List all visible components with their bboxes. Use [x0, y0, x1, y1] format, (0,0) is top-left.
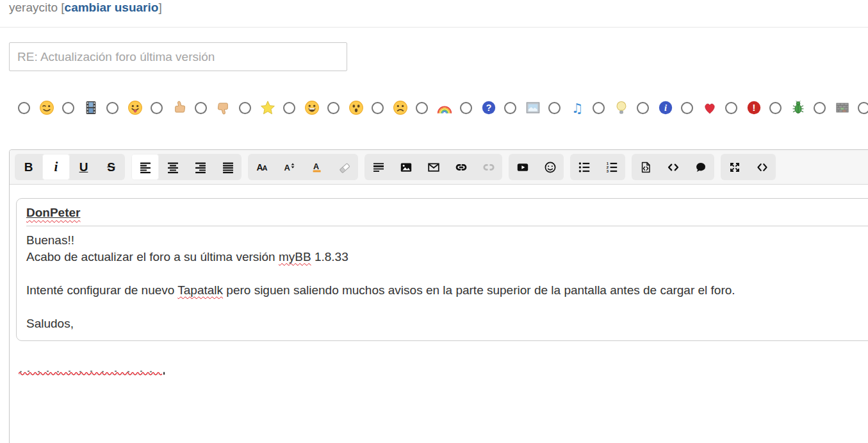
- link-button[interactable]: [447, 154, 475, 180]
- ordered-list-button[interactable]: 123: [598, 154, 625, 180]
- post-icon-option: [504, 99, 548, 116]
- post-icon-option: [416, 99, 460, 116]
- post-icon-radio[interactable]: [858, 102, 868, 114]
- code-button[interactable]: [632, 154, 659, 180]
- editor-body[interactable]: DonPeter Buenas!!Acabo de actualizar el …: [10, 185, 868, 371]
- bracket-close: ]: [158, 1, 161, 14]
- quote-line: Intenté configurar de nuevo Tapatalk per…: [26, 282, 868, 299]
- svg-text:3: 3: [606, 169, 609, 173]
- astonished-face-icon: [348, 99, 364, 116]
- color-button[interactable]: A: [303, 154, 331, 180]
- tongue-out-face-icon: [127, 99, 143, 116]
- toolbar-group-align: [131, 154, 242, 180]
- post-icon-radio[interactable]: [62, 102, 74, 114]
- remove-format-button[interactable]: [331, 154, 358, 180]
- subject-input[interactable]: [9, 42, 347, 71]
- quote-body: Buenas!!Acabo de actualizar el foro a su…: [26, 232, 868, 332]
- svg-text:!: !: [753, 103, 756, 113]
- username-label: yeraycito: [9, 1, 58, 14]
- post-icon-radio[interactable]: [504, 102, 516, 114]
- exclamation-mark-icon: !: [746, 99, 762, 116]
- strikethrough-button[interactable]: S: [97, 154, 125, 180]
- misspelled-word: Tapatalk: [177, 283, 223, 297]
- post-icon-radio[interactable]: [593, 102, 605, 114]
- question-mark-icon: ?: [480, 99, 497, 116]
- maximize-icon: [728, 161, 741, 174]
- message-editor[interactable]: BiUSAAAA123 DonPeter Buenas!!Acabo de ac…: [9, 149, 868, 443]
- svg-text:A: A: [284, 162, 290, 172]
- spellchecked-tiny-text: [19, 365, 166, 371]
- image-button[interactable]: [392, 154, 420, 180]
- emoticon-button[interactable]: [536, 154, 564, 180]
- code-file-icon: [639, 161, 652, 174]
- email-button[interactable]: [420, 154, 447, 180]
- post-icon-radio[interactable]: [769, 102, 782, 114]
- unlink-button[interactable]: [475, 154, 502, 180]
- bold-button[interactable]: B: [15, 154, 42, 180]
- quote-line: Buenas!!: [26, 232, 868, 249]
- remove-format-icon: [338, 161, 351, 174]
- post-icon-row: ?♫i!: [18, 94, 868, 122]
- quote-text: Intenté configurar de nuevo: [26, 283, 177, 297]
- post-icon-radio[interactable]: [283, 102, 295, 114]
- post-icon-radio[interactable]: [372, 102, 384, 114]
- post-icon-option: [283, 99, 327, 116]
- quote-line: Acabo de actualizar el foro a su última …: [26, 249, 868, 265]
- post-icon-option: [18, 99, 62, 116]
- maximize-button[interactable]: [721, 154, 748, 180]
- post-icon-option: [858, 102, 868, 114]
- post-icon-radio[interactable]: [725, 102, 737, 114]
- quote-cite: DonPeter: [26, 206, 868, 226]
- post-icon-radio[interactable]: [239, 102, 251, 114]
- post-icon-radio[interactable]: [637, 102, 649, 114]
- underline-button[interactable]: U: [70, 154, 97, 180]
- svg-text:?: ?: [486, 103, 492, 113]
- post-icon-radio[interactable]: [416, 102, 428, 114]
- film-frames-icon: [83, 99, 99, 116]
- post-icon-radio[interactable]: [195, 102, 207, 114]
- post-icon-radio[interactable]: [18, 102, 30, 114]
- youtube-button[interactable]: [509, 154, 536, 180]
- post-icon-radio[interactable]: [460, 102, 472, 114]
- post-icon-option: [593, 99, 637, 116]
- underline-icon: U: [79, 161, 88, 173]
- post-icon-radio[interactable]: [106, 102, 119, 114]
- source-button[interactable]: [748, 154, 776, 180]
- align-right-button[interactable]: [186, 154, 214, 180]
- align-right-icon: [194, 161, 207, 174]
- post-icon-option: !: [725, 99, 769, 116]
- size-icon: A: [283, 161, 296, 174]
- quote-block: DonPeter Buenas!!Acabo de actualizar el …: [16, 198, 868, 341]
- post-icon-radio[interactable]: [548, 102, 561, 114]
- information-icon: i: [657, 99, 674, 116]
- post-icon-radio[interactable]: [151, 102, 163, 114]
- email-icon: [427, 161, 440, 174]
- align-center-button[interactable]: [159, 154, 186, 180]
- heart-icon: [701, 99, 718, 116]
- quote-text: 1.8.33: [311, 250, 348, 263]
- inline-code-button[interactable]: [659, 154, 687, 180]
- align-left-button[interactable]: [131, 154, 159, 180]
- post-icon-radio[interactable]: [327, 102, 340, 114]
- italic-button[interactable]: i: [42, 154, 70, 180]
- grinning-face-icon: [304, 99, 320, 116]
- change-user-link[interactable]: cambiar usuario: [65, 1, 159, 14]
- quote-text: pero siguen saliendo muchos avisos en la…: [223, 283, 735, 297]
- bullet-list-icon: [578, 161, 591, 174]
- horizontal-rule-button[interactable]: [364, 154, 392, 180]
- current-user-bar: yeraycito [cambiar usuario]: [9, 1, 162, 15]
- quote-button[interactable]: [687, 154, 714, 180]
- post-icon-radio[interactable]: [814, 102, 826, 114]
- post-icon-option: [681, 99, 725, 116]
- quote-line: Saludos,: [26, 315, 868, 332]
- bullet-list-button[interactable]: [570, 154, 598, 180]
- editor-toolbar: BiUSAAAA123: [10, 150, 868, 185]
- align-justify-button[interactable]: [214, 154, 242, 180]
- svg-text:A: A: [313, 162, 319, 171]
- rainbow-icon: [436, 99, 453, 116]
- size-button[interactable]: A: [275, 154, 303, 180]
- strikethrough-icon: S: [107, 161, 115, 173]
- font-button[interactable]: AA: [248, 154, 275, 180]
- post-icon-radio[interactable]: [681, 102, 693, 114]
- toolbar-group-insert: [364, 154, 502, 180]
